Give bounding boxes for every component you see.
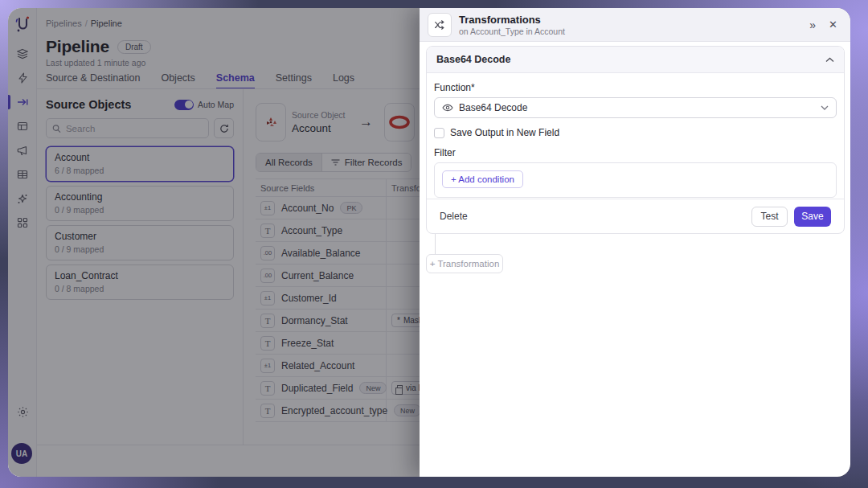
chevron-down-icon bbox=[821, 105, 829, 110]
connector-line bbox=[435, 234, 436, 254]
add-condition-button[interactable]: + Add condition bbox=[442, 170, 523, 188]
filter-conditions-box: + Add condition bbox=[434, 162, 837, 198]
eye-icon bbox=[442, 104, 453, 112]
transformations-drawer: Transformations on Account_Type in Accou… bbox=[420, 8, 850, 477]
drawer-title: Transformations bbox=[459, 14, 809, 26]
filter-label: Filter bbox=[434, 147, 837, 158]
delete-button[interactable]: Delete bbox=[440, 211, 468, 222]
function-label: Function* bbox=[434, 82, 837, 93]
app-window: UA Pipelines/Pipeline Pipeline Draft Las… bbox=[8, 8, 850, 477]
add-transformation-button[interactable]: + Transformation bbox=[426, 254, 503, 273]
close-drawer-icon[interactable]: ✕ bbox=[829, 18, 837, 31]
chevron-up-icon[interactable] bbox=[825, 57, 834, 63]
collapse-drawer-icon[interactable]: » bbox=[809, 18, 816, 31]
transformation-card-header[interactable]: Base64 Decode bbox=[427, 47, 844, 73]
drawer-header: Transformations on Account_Type in Accou… bbox=[420, 8, 850, 42]
transformation-card-title: Base64 Decode bbox=[436, 54, 510, 65]
save-output-checkbox[interactable] bbox=[434, 128, 444, 138]
transformations-iconbox bbox=[428, 13, 452, 37]
save-output-label: Save Output in New Field bbox=[450, 127, 559, 138]
test-button[interactable]: Test bbox=[751, 207, 788, 227]
function-select[interactable]: Base64 Decode bbox=[434, 97, 837, 118]
function-value: Base64 Decode bbox=[459, 102, 815, 113]
transformation-card: Base64 Decode Function* Base64 Decode Sa… bbox=[426, 46, 845, 234]
shuffle-icon bbox=[434, 19, 445, 31]
save-button[interactable]: Save bbox=[794, 207, 831, 227]
drawer-subtitle: on Account_Type in Account bbox=[459, 27, 809, 36]
